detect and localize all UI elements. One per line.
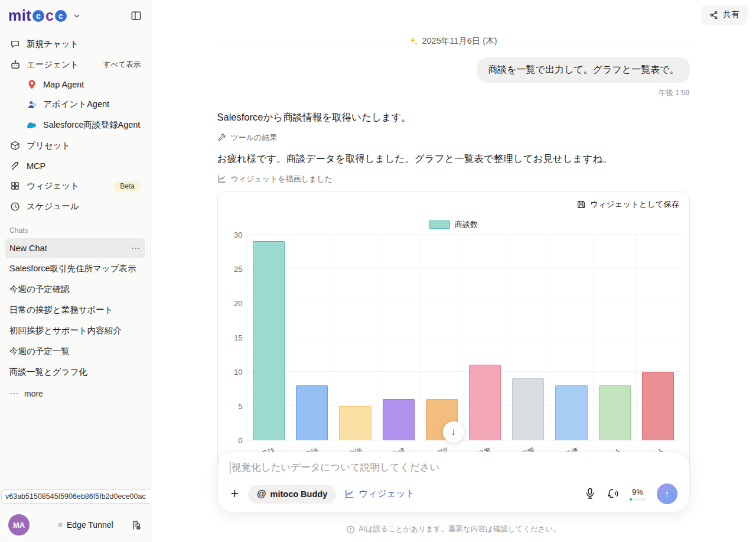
voice-mode-icon[interactable] [606, 488, 619, 500]
sidebar-item-schedule[interactable]: スケジュール [6, 196, 144, 217]
chat-bubble-icon [9, 39, 21, 49]
mitoco-logo[interactable]: mit c c c [8, 7, 81, 24]
chat-list-item[interactable]: New Chat ⋯ [5, 238, 145, 258]
chart-line-icon [344, 489, 354, 499]
widget-mode-button[interactable]: ウィジェット [344, 488, 415, 500]
logo-text: mit [8, 7, 31, 24]
microphone-icon[interactable] [585, 488, 595, 500]
widget-grid-icon [9, 181, 21, 191]
share-button[interactable]: 共有 [701, 5, 748, 25]
chat-list-item[interactable]: 日常の挨拶と業務サポート [5, 300, 145, 320]
date-divider: 2025年11月6日 (木) [217, 35, 690, 47]
assistant-message: お疲れ様です。商談データを取得しました。グラフと一覧表で整理してお見せしますね。 [217, 151, 690, 166]
chat-list: New Chat ⋯ Salesforce取引先住所マップ表示 今週の予定確認 … [0, 238, 150, 405]
sidebar-header: mit c c c [0, 0, 150, 29]
chart-area: 051015202530 [227, 235, 680, 440]
bar-初回コンタクト [599, 385, 631, 440]
y-tick-label: 15 [234, 333, 242, 342]
at-icon: @ [257, 489, 266, 499]
usage-indicator: 9% [630, 488, 646, 501]
composer-input[interactable]: 視覚化したいデータについて説明してください [230, 461, 677, 474]
bar-slot [507, 235, 550, 440]
tool-result-label: ツールの結果 [231, 132, 278, 143]
widget-mode-label: ウィジェット [359, 488, 415, 500]
logo-text-c: c [45, 7, 54, 24]
attach-button[interactable]: + [230, 487, 240, 501]
save-widget-button[interactable]: ウィジェットとして保存 [576, 199, 679, 210]
user-avatar[interactable]: MA [8, 514, 30, 535]
sidebar-item-label: プリセット [27, 140, 70, 151]
mcp-icon [9, 161, 21, 171]
sidebar: mit c c c 新規チャット [0, 0, 151, 542]
sidebar-item-label: ウィジェット [27, 180, 79, 192]
scroll-to-bottom-button[interactable]: ↓ [443, 421, 464, 443]
chat-list-item[interactable]: Salesforce取引先住所マップ表示 [5, 258, 145, 279]
legend-label: 商談数 [455, 219, 478, 230]
sidebar-item-salesforce-agent[interactable]: Salesforce商談登録Agent [6, 115, 144, 135]
legend-swatch [429, 220, 450, 229]
widget-drawn-row[interactable]: ウィジェットを描画しました [217, 174, 690, 184]
bar-受注 [253, 241, 285, 440]
chats-section-label: Chats [0, 217, 150, 238]
bar-最終交渉 [296, 385, 328, 440]
y-tick-label: 25 [234, 264, 242, 273]
sidebar-item-agents[interactable]: エージェント すべて表示 [6, 54, 144, 75]
sidebar-item-label: エージェント [27, 59, 79, 70]
sidebar-nav: 新規チャット エージェント すべて表示 Map Agent アポイントAg [0, 29, 150, 217]
show-all-agents-link[interactable]: すべて表示 [103, 60, 141, 70]
sidebar-item-mcp[interactable]: MCP [6, 156, 144, 176]
bar-slot [291, 235, 334, 440]
widget-drawn-label: ウィジェットを描画しました [231, 174, 333, 184]
more-chats-button[interactable]: ⋯ more [0, 382, 150, 405]
chart-plot [247, 235, 680, 440]
bar-slot [377, 235, 420, 440]
chat-title: New Chat [9, 244, 47, 253]
cube-icon [9, 141, 21, 151]
composer-toolbar: + @ mitoco Buddy ウィジェット [230, 483, 677, 504]
chevron-down-icon[interactable] [73, 12, 81, 20]
sidebar-item-widgets[interactable]: ウィジェット Beta [6, 176, 144, 196]
mention-chip[interactable]: @ mitoco Buddy [248, 485, 336, 504]
chat-list-item[interactable]: 今週の予定一覧 [5, 341, 145, 362]
chart-legend[interactable]: 商談数 [227, 219, 680, 230]
assistant-message: Salesforceから商談情報を取得いたします。 [217, 110, 690, 125]
send-button[interactable]: ↑ [657, 483, 677, 504]
y-tick-label: 5 [238, 401, 242, 410]
sidebar-footer: MA Edge Tunnel [0, 508, 150, 542]
sidebar-item-map-agent[interactable]: Map Agent [6, 75, 144, 94]
composer: 視覚化したいデータについて説明してください + @ mitoco Buddy ウ… [217, 452, 690, 512]
divider-line [506, 41, 690, 41]
chat-options-icon[interactable]: ⋯ [131, 243, 141, 254]
chat-list-item[interactable]: 商談一覧とグラフ化 [5, 362, 145, 382]
agent-label: Salesforce商談登録Agent [43, 119, 140, 131]
logo-o-icon: c [55, 10, 67, 22]
edge-tunnel-label: Edge Tunnel [67, 520, 113, 530]
chat-title: 商談一覧とグラフ化 [9, 366, 87, 378]
beta-badge: Beta [114, 181, 141, 192]
mention-label: mitoco Buddy [271, 489, 328, 499]
chat-list-item[interactable]: 今週の予定確認 [5, 279, 145, 300]
tool-result-toggle[interactable]: ツールの結果 [217, 132, 690, 143]
disclaimer-text: AIは誤ることがあります。重要な内容は確認してください。 [359, 524, 561, 534]
sidebar-item-label: スケジュール [27, 201, 79, 212]
composer-placeholder: 視覚化したいデータについて説明してください [232, 461, 439, 474]
bar-slot [247, 235, 291, 440]
sidebar-collapse-icon[interactable] [131, 10, 142, 21]
sidebar-item-presets[interactable]: プリセット [6, 135, 144, 156]
bar-series [247, 235, 680, 440]
org-settings-icon[interactable] [131, 520, 142, 531]
chat-title: 今週の予定一覧 [9, 346, 70, 357]
chat-main: 共有 2025年11月6日 (木) 商談を一覧で出力して。グラフと一覧表で。 午… [151, 0, 756, 542]
ellipsis-icon: ⋯ [9, 388, 18, 399]
salesforce-cloud-icon [26, 121, 37, 129]
bar-slot [550, 235, 593, 440]
save-icon [576, 200, 586, 209]
sidebar-item-appoint-agent[interactable]: アポイントAgent [6, 94, 144, 115]
sidebar-item-new-chat[interactable]: 新規チャット [6, 34, 144, 54]
chat-list-item[interactable]: 初回挨拶とサポート内容紹介 [5, 320, 145, 341]
share-label: 共有 [723, 9, 739, 20]
usage-percent: 9% [632, 488, 643, 496]
bar-slot [420, 235, 463, 440]
y-tick-label: 10 [234, 367, 242, 376]
bar-slot [636, 235, 679, 440]
